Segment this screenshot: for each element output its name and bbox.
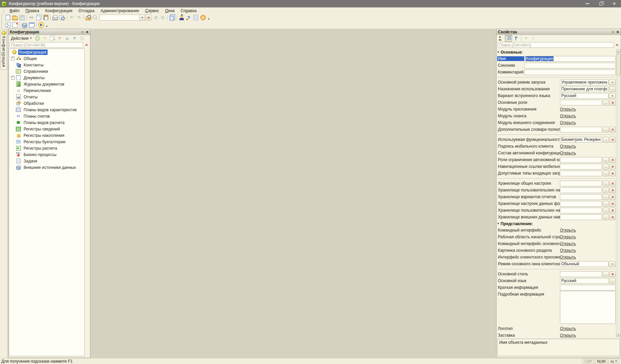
syntax-assistant-button[interactable] — [185, 14, 192, 21]
tree-item-data-processors[interactable]: Обработки — [9, 100, 84, 107]
restore-button[interactable] — [594, 0, 608, 7]
ellipsis-button[interactable]: ... — [603, 208, 609, 213]
redo-button[interactable] — [75, 14, 82, 21]
tree-item-accumulation-registers[interactable]: Регистры накопления — [9, 132, 84, 139]
menu-configuration[interactable]: Конфигурация — [42, 8, 76, 13]
ellipsis-button[interactable]: ... — [603, 164, 609, 170]
tree-item-document-journals[interactable]: Журналы документов — [9, 81, 84, 87]
clear-search-button[interactable]: ✕ — [615, 42, 620, 48]
property-value-box[interactable] — [524, 63, 616, 68]
menu-help[interactable]: Справка — [177, 8, 199, 13]
open-link[interactable]: Открыть — [560, 107, 576, 112]
tutorial-button[interactable] — [178, 14, 185, 21]
open-link[interactable]: Открыть — [560, 144, 576, 149]
scroll-up-icon[interactable]: ▲ — [617, 49, 620, 53]
tree-item-reports[interactable]: Отчеты — [9, 94, 84, 100]
ellipsis-button[interactable]: ... — [603, 100, 609, 105]
open-link[interactable]: Открыть — [560, 248, 576, 253]
property-value-box[interactable]: Обычный — [560, 261, 609, 267]
property-value-box[interactable] — [560, 187, 602, 193]
pin-icon[interactable] — [612, 31, 614, 33]
ellipsis-button[interactable]: ... — [603, 214, 609, 220]
find-button[interactable] — [92, 14, 99, 21]
tree-item-accounting-registers[interactable]: Регистры бухгалтерии — [9, 139, 84, 145]
tree-item-common[interactable]: Общие — [9, 55, 84, 62]
clear-button[interactable]: ✕ — [610, 201, 616, 207]
ellipsis-button[interactable]: ... — [603, 187, 609, 193]
toolbar-overflow-button[interactable] — [206, 14, 211, 21]
property-value-box[interactable]: Конфигурация — [524, 56, 616, 62]
language-indicator[interactable]: ru▼ — [608, 359, 620, 364]
close-panel-button[interactable]: ✕ — [616, 30, 619, 34]
menu-debug[interactable]: Отладка — [76, 8, 97, 13]
dropdown-button[interactable]: ▼ — [609, 80, 616, 85]
open-link[interactable]: Открыть — [560, 241, 576, 246]
edit-button[interactable] — [41, 35, 49, 42]
clear-button[interactable]: ✕ — [610, 137, 616, 143]
scroll-thumb[interactable] — [617, 54, 620, 75]
print-preview-button[interactable] — [59, 14, 66, 21]
tree-item-charts-of-calculation-types[interactable]: Планы видов расчета — [9, 119, 84, 126]
property-value-box[interactable] — [560, 194, 602, 200]
clear-button[interactable]: ✕ — [610, 271, 616, 277]
apply-button[interactable] — [530, 35, 537, 42]
quick-search-input[interactable] — [100, 14, 139, 21]
tree-item-calculation-registers[interactable]: Регистры расчета — [9, 145, 84, 151]
tree-search-input[interactable] — [9, 42, 83, 48]
property-value-box[interactable]: Управляемое приложение — [560, 80, 609, 85]
ellipsis-button[interactable]: ... — [603, 194, 609, 200]
property-value-box[interactable]: Русский — [560, 93, 609, 99]
dropdown-button[interactable]: ▼ — [609, 93, 616, 99]
combo-dropdown-button[interactable]: ▼ — [139, 14, 145, 21]
tree-item-information-registers[interactable]: Регистры сведений — [9, 126, 84, 132]
property-value-box[interactable] — [524, 69, 616, 75]
sort-alphabetical-button[interactable] — [498, 35, 505, 42]
property-value-box[interactable] — [560, 285, 616, 291]
interface-editor-button[interactable] — [28, 22, 35, 28]
clear-button[interactable]: ✕ — [610, 127, 616, 132]
minimize-button[interactable] — [581, 0, 594, 7]
open-link[interactable]: Открыть — [560, 228, 576, 233]
about-button[interactable] — [199, 14, 206, 21]
move-down-button[interactable] — [71, 35, 78, 42]
global-search-button[interactable] — [85, 14, 92, 21]
property-value-box[interactable] — [560, 214, 602, 220]
ellipsis-button[interactable]: ... — [603, 271, 609, 277]
tree-item-constants[interactable]: Константы — [9, 62, 84, 68]
open-link[interactable]: Открыть — [560, 255, 576, 260]
ellipsis-button[interactable]: ... — [610, 86, 616, 92]
tree-item-external-data-sources[interactable]: Внешние источники данных — [9, 164, 84, 171]
filter-button[interactable] — [512, 35, 519, 42]
copy-button[interactable] — [35, 14, 42, 21]
clear-button[interactable]: ✕ — [610, 157, 616, 163]
open-link[interactable]: Открыть — [560, 326, 576, 331]
paste-button[interactable] — [42, 14, 49, 21]
clone-button[interactable] — [49, 35, 56, 42]
clear-button[interactable]: ✕ — [610, 208, 616, 213]
properties-scrollbar[interactable]: ▲ ▼ — [616, 49, 620, 337]
open-link[interactable]: Открыть — [560, 333, 576, 337]
clear-search-button[interactable]: ✕ — [84, 42, 89, 48]
clear-button[interactable]: ✕ — [610, 164, 616, 170]
tree-expander-icon[interactable] — [11, 76, 15, 80]
toolbar-overflow-button[interactable] — [45, 22, 49, 28]
property-value-box[interactable] — [560, 100, 602, 105]
tree-item-documents[interactable]: Документы — [9, 74, 84, 81]
clipboard-pages-button[interactable] — [169, 14, 176, 21]
move-up-button[interactable] — [64, 35, 71, 42]
tree-item-tasks[interactable]: Задачи — [9, 158, 84, 164]
open-configuration-button[interactable] — [4, 22, 11, 28]
property-value-box[interactable] — [560, 271, 602, 277]
property-value-box[interactable] — [560, 164, 602, 170]
tree-item-charts-of-characteristic-types[interactable]: Планы видов характеристик — [9, 107, 84, 113]
close-button[interactable]: ✕ — [608, 0, 621, 7]
property-value-box[interactable] — [560, 171, 602, 176]
property-value-box[interactable] — [560, 127, 602, 132]
menu-file[interactable]: Файл — [6, 8, 23, 13]
cut-button[interactable] — [28, 14, 35, 21]
clear-button[interactable]: ✕ — [610, 171, 616, 176]
property-value-box[interactable]: Биометрия, Резервное ко — [560, 137, 602, 143]
back-button[interactable] — [152, 14, 159, 21]
clear-button[interactable]: ✕ — [610, 194, 616, 200]
property-value-box[interactable]: Русский — [560, 278, 609, 284]
